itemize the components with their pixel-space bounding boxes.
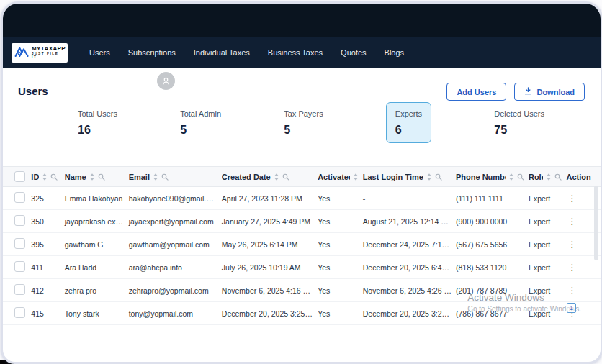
cell-last_login: - <box>361 187 454 210</box>
column-header-id: ID <box>29 167 62 187</box>
column-label[interactable]: Activated <box>318 173 350 181</box>
cell-activated: Yes <box>315 233 361 256</box>
app-window: MYTAXAPP JUST FILE IT UsersSubscriptions… <box>1 1 602 364</box>
nav-item-quotes[interactable]: Quotes <box>341 48 366 57</box>
table-row-user-325: 325Emma Hakobyanhakobyane090@gmail.comAp… <box>3 187 601 210</box>
sort-icon[interactable] <box>426 173 432 181</box>
row-actions-menu-icon[interactable]: ⋮ <box>566 286 578 295</box>
sort-icon[interactable] <box>42 173 48 181</box>
cell-select <box>3 187 29 210</box>
cell-last_login: November 6, 2025 4:26 PM <box>361 279 454 302</box>
stat-value: 5 <box>180 124 221 137</box>
row-checkbox[interactable] <box>14 215 25 226</box>
column-label[interactable]: Last Login Time <box>363 173 423 181</box>
nav-item-individual-taxes[interactable]: Individual Taxes <box>194 48 250 57</box>
sort-icon[interactable] <box>353 173 359 181</box>
cell-role: Expert <box>526 279 565 302</box>
column-header-activated: Activated <box>315 167 361 187</box>
sort-icon[interactable] <box>153 173 158 181</box>
download-label: Download <box>536 88 575 96</box>
cell-email: gawtham@yopmail.com <box>127 233 220 256</box>
add-users-label: Add Users <box>457 88 496 96</box>
cell-created: November 6, 2025 4:16 PM <box>220 279 315 302</box>
column-label[interactable]: Created Date <box>222 173 271 181</box>
vertical-scrollbar-thumb[interactable] <box>594 186 598 260</box>
cell-select <box>3 256 29 279</box>
column-header-action: Action <box>564 167 601 187</box>
cell-created: December 20, 2025 3:25 PM <box>220 302 315 325</box>
row-checkbox[interactable] <box>14 284 25 295</box>
stat-card-experts[interactable]: Experts6 <box>386 102 431 143</box>
column-search-icon[interactable] <box>554 173 562 181</box>
row-checkbox[interactable] <box>14 307 25 318</box>
row-actions-menu-icon[interactable]: ⋮ <box>566 217 578 226</box>
users-table: IDNameEmailCreated DateActivatedLast Log… <box>3 166 601 325</box>
sort-icon[interactable] <box>89 173 95 181</box>
row-checkbox[interactable] <box>14 238 25 249</box>
cell-select <box>3 279 29 302</box>
cell-created: April 27, 2023 11:28 PM <box>220 187 315 210</box>
column-label[interactable]: Email <box>129 173 150 181</box>
cell-id: 395 <box>29 233 62 256</box>
cell-phone: (567) 675 5656 <box>454 233 526 256</box>
add-users-button[interactable]: Add Users <box>446 83 506 101</box>
stats-row: Total Users16Total Admin5Tax Payers5Expe… <box>78 109 544 143</box>
cell-activated: Yes <box>315 302 361 325</box>
column-label[interactable]: Name <box>65 173 86 181</box>
cell-id: 350 <box>29 210 62 233</box>
row-actions-menu-icon[interactable]: ⋮ <box>566 240 578 249</box>
cell-phone: (786) 867 8677 <box>454 302 526 325</box>
nav-item-blogs[interactable]: Blogs <box>385 48 405 57</box>
row-checkbox[interactable] <box>14 192 25 203</box>
cell-name: Tony stark <box>63 302 127 325</box>
select-all-checkbox[interactable] <box>14 171 25 182</box>
column-search-icon[interactable] <box>161 173 169 181</box>
cell-created: May 26, 2025 6:14 PM <box>220 233 315 256</box>
nav-item-business-taxes[interactable]: Business Taxes <box>268 48 323 57</box>
cell-phone: (201) 787 8789 <box>454 279 526 302</box>
cell-id: 412 <box>29 279 62 302</box>
stat-card-total-users[interactable]: Total Users16 <box>78 109 117 137</box>
stat-card-total-admin[interactable]: Total Admin5 <box>180 109 221 137</box>
column-search-icon[interactable] <box>517 173 524 181</box>
cell-role: Expert <box>526 302 565 325</box>
column-label[interactable]: ID <box>31 173 39 181</box>
column-search-icon[interactable] <box>50 173 58 181</box>
user-avatar[interactable] <box>157 72 175 90</box>
stat-card-deleted-users[interactable]: Deleted Users75 <box>494 109 544 137</box>
stat-value: 5 <box>284 124 323 137</box>
column-label[interactable]: Phone Number <box>456 173 506 181</box>
cell-email: zehrapro@yopmail.com <box>127 279 220 302</box>
table-header-row: IDNameEmailCreated DateActivatedLast Log… <box>3 167 601 187</box>
row-actions-menu-icon[interactable]: ⋮ <box>566 263 578 272</box>
row-checkbox[interactable] <box>14 261 25 272</box>
column-label[interactable]: Role <box>529 173 544 181</box>
cell-activated: Yes <box>315 210 361 233</box>
stat-value: 6 <box>395 124 422 137</box>
cell-email: ara@ahcpa.info <box>127 256 220 279</box>
sort-icon[interactable] <box>546 173 552 181</box>
sort-icon[interactable] <box>274 173 279 181</box>
brand-tagline: JUST FILE IT <box>32 53 66 59</box>
brand-text: MYTAXAPP JUST FILE IT <box>32 46 66 60</box>
brand-logo[interactable]: MYTAXAPP JUST FILE IT <box>12 43 68 63</box>
cell-select <box>3 210 29 233</box>
column-search-icon[interactable] <box>98 173 105 181</box>
column-search-icon[interactable] <box>435 173 442 181</box>
nav-item-users[interactable]: Users <box>89 48 110 57</box>
row-actions-menu-icon[interactable]: ⋮ <box>566 194 578 203</box>
cell-last_login: December 24, 2025 7:10 PM <box>361 233 454 256</box>
cell-role: Expert <box>526 210 565 233</box>
column-search-icon[interactable] <box>282 173 289 181</box>
download-button[interactable]: Download <box>514 83 585 101</box>
cell-created: July 26, 2025 10:19 AM <box>220 256 315 279</box>
column-label: Action <box>566 173 590 181</box>
stat-card-tax-payers[interactable]: Tax Payers5 <box>284 109 323 137</box>
pagination-page-1[interactable]: 1 <box>567 303 576 313</box>
cell-phone: (111) 111 1111 <box>454 187 526 210</box>
nav-item-subscriptions[interactable]: Subscriptions <box>128 48 176 57</box>
column-header-col[interactable] <box>3 167 29 187</box>
sort-icon[interactable] <box>508 173 514 181</box>
table-row-user-350: 350jayaprakash expertjayaexpert@yopmail.… <box>3 210 601 233</box>
stat-label: Tax Payers <box>284 109 323 118</box>
